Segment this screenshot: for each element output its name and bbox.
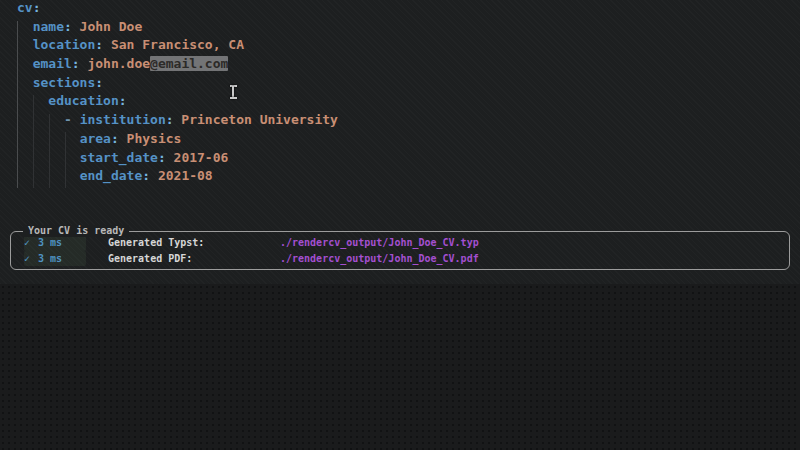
yaml-colon: :	[142, 168, 150, 183]
yaml-editor[interactable]: cv: name: John Doe location: San Francis…	[0, 0, 800, 210]
yaml-line[interactable]: location: San Francisco, CA	[17, 36, 338, 55]
check-icon: ✓	[24, 251, 38, 267]
indent-spaces	[17, 75, 33, 90]
yaml-line[interactable]: start_date: 2017-06	[17, 149, 338, 168]
yaml-value: Physics	[119, 131, 182, 146]
indent-spaces	[17, 37, 33, 52]
indent-spaces	[17, 168, 80, 183]
generated-label: Generated PDF:	[108, 251, 280, 267]
yaml-value: John Doe	[72, 19, 142, 34]
yaml-colon: :	[95, 75, 103, 90]
generated-label: Generated Typst:	[108, 235, 280, 251]
yaml-line[interactable]: email: john.doe@email.com	[17, 55, 338, 74]
yaml-line[interactable]: sections:	[17, 74, 338, 93]
yaml-code: cv: name: John Doe location: San Francis…	[17, 0, 338, 186]
yaml-colon: :	[166, 112, 174, 127]
yaml-value: San Francisco, CA	[103, 37, 244, 52]
yaml-line[interactable]: - institution: Princeton University	[17, 111, 338, 130]
yaml-key: institution	[80, 112, 166, 127]
yaml-value: john.doe	[80, 56, 150, 71]
duration-value: 3 ms	[38, 251, 86, 267]
panel-title: Your CV is ready	[23, 225, 129, 237]
yaml-line[interactable]: area: Physics	[17, 130, 338, 149]
yaml-line[interactable]: education:	[17, 92, 338, 111]
output-row: ✓3 msGenerated PDF:./rendercv_output/Joh…	[24, 251, 789, 267]
duration-value: 3 ms	[38, 235, 86, 251]
yaml-line[interactable]: cv:	[17, 0, 338, 18]
indent-spaces	[17, 19, 33, 34]
cv-ready-panel: Your CV is ready ✓3 msGenerated Typst:./…	[10, 231, 790, 270]
yaml-key: start_date	[80, 150, 158, 165]
selected-text: @email.com	[150, 56, 228, 71]
duration-badge: ✓3 ms	[24, 251, 86, 267]
yaml-colon: :	[33, 0, 41, 15]
yaml-value: 2017-06	[166, 150, 229, 165]
indent-spaces	[17, 131, 80, 146]
yaml-value: 2021-08	[150, 168, 213, 183]
duration-badge: ✓3 ms	[24, 235, 86, 251]
yaml-key: cv	[17, 0, 33, 15]
yaml-line[interactable]: name: John Doe	[17, 18, 338, 37]
indent-spaces	[17, 112, 64, 127]
yaml-colon: :	[64, 19, 72, 34]
output-file-path: ./rendercv_output/John_Doe_CV.pdf	[280, 253, 479, 264]
indent-spaces	[17, 93, 48, 108]
output-file-path: ./rendercv_output/John_Doe_CV.typ	[280, 237, 479, 248]
yaml-colon: :	[119, 93, 127, 108]
panel-rows: ✓3 msGenerated Typst:./rendercv_output/J…	[11, 232, 789, 266]
yaml-key: email	[33, 56, 72, 71]
yaml-key: education	[48, 93, 118, 108]
yaml-colon: :	[72, 56, 80, 71]
yaml-colon: :	[158, 150, 166, 165]
yaml-key: sections	[33, 75, 96, 90]
yaml-list-dash: -	[64, 112, 80, 127]
indent-spaces	[17, 56, 33, 71]
yaml-line[interactable]: end_date: 2021-08	[17, 167, 338, 186]
indent-spaces	[17, 150, 80, 165]
yaml-value: Princeton University	[174, 112, 338, 127]
yaml-colon: :	[95, 37, 103, 52]
lower-pane-background	[0, 284, 800, 450]
yaml-colon: :	[111, 131, 119, 146]
yaml-key: name	[33, 19, 64, 34]
check-icon: ✓	[24, 235, 38, 251]
yaml-key: area	[80, 131, 111, 146]
yaml-key: end_date	[80, 168, 143, 183]
yaml-key: location	[33, 37, 96, 52]
output-row: ✓3 msGenerated Typst:./rendercv_output/J…	[24, 235, 789, 251]
